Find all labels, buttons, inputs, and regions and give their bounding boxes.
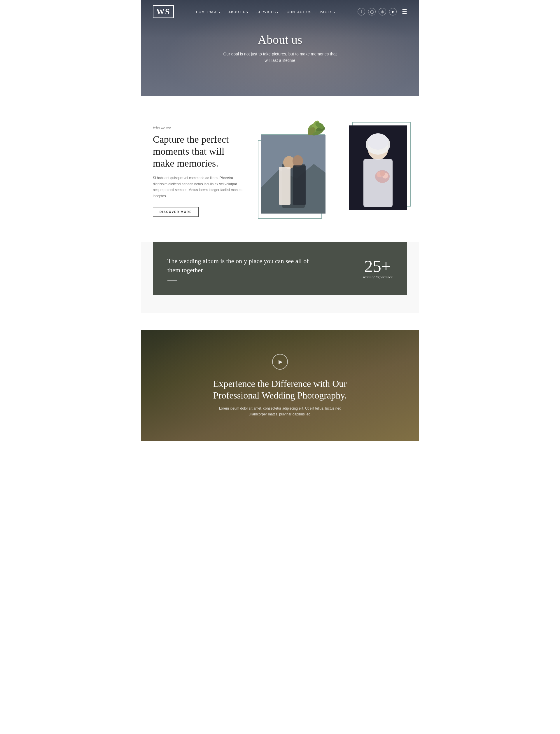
nav-link-services[interactable]: SERVICES▾ <box>256 10 279 14</box>
social-links: f ◯ ◎ ▶ ☰ <box>358 8 407 15</box>
navigation: WS HOMEPAGE▾ ABOUT US SERVICES▾ <box>141 0 419 23</box>
youtube-icon[interactable]: ▶ <box>389 8 397 15</box>
hero-subtitle: Our goal is not just to take pictures, b… <box>222 51 338 64</box>
nav-item-pages[interactable]: PAGES▾ <box>320 9 335 14</box>
discover-more-button[interactable]: DISCOVER MORE <box>153 207 199 217</box>
nav-item-services[interactable]: SERVICES▾ <box>256 9 279 14</box>
banner-quote: The wedding album is the only place you … <box>167 257 319 275</box>
banner-text: The wedding album is the only place you … <box>167 257 319 281</box>
svg-rect-12 <box>293 165 306 205</box>
dropdown-caret-services: ▾ <box>277 11 279 14</box>
nav-item-homepage[interactable]: HOMEPAGE▾ <box>196 9 220 14</box>
play-button[interactable]: ▶ <box>272 354 288 370</box>
site-logo[interactable]: WS <box>153 5 174 18</box>
nav-links: HOMEPAGE▾ ABOUT US SERVICES▾ CONTACT US <box>196 9 335 14</box>
dark-banner: The wedding album is the only place you … <box>153 242 407 295</box>
svg-point-16 <box>368 133 388 150</box>
section-spacer-1 <box>141 96 419 108</box>
nav-link-homepage[interactable]: HOMEPAGE▾ <box>196 10 220 14</box>
nav-item-about[interactable]: ABOUT US <box>228 9 248 14</box>
nav-item-contact[interactable]: CONTACT US <box>287 9 312 14</box>
nav-link-about[interactable]: ABOUT US <box>228 10 248 14</box>
years-stat-label: Years of Experience <box>363 275 393 279</box>
nav-link-contact[interactable]: CONTACT US <box>287 10 312 14</box>
nav-link-pages[interactable]: PAGES▾ <box>320 10 335 14</box>
about-grid: Who we are Capture the perfect moments t… <box>153 125 407 225</box>
about-heading: Capture the perfect moments that will ma… <box>153 134 246 169</box>
dropdown-caret-pages: ▾ <box>334 11 335 14</box>
about-photos-col <box>255 125 407 225</box>
plant-decoration <box>305 120 328 140</box>
svg-point-21 <box>380 171 385 176</box>
plant-svg <box>305 120 328 140</box>
hero-title: About us <box>258 33 302 47</box>
about-body-text: Si habitant quisque vel commodo ac litor… <box>153 175 246 199</box>
banner-separator <box>341 257 341 280</box>
video-body: Lorem ipsum dolor sit amet, consectetur … <box>216 406 344 417</box>
banner-divider <box>167 280 177 281</box>
hero-section: WS HOMEPAGE▾ ABOUT US SERVICES▾ <box>141 0 419 96</box>
facebook-icon[interactable]: f <box>358 8 365 15</box>
instagram-icon[interactable]: ◯ <box>368 8 376 15</box>
banner-wrapper: The wedding album is the only place you … <box>141 242 419 313</box>
video-section: ▶ Experience the Difference with Our Pro… <box>141 330 419 441</box>
bride-photo-svg <box>349 125 407 210</box>
svg-point-10 <box>293 155 303 167</box>
couple-photo-main <box>261 134 325 213</box>
years-stat-number: 25+ <box>363 258 393 275</box>
banner-stat: 25+ Years of Experience <box>363 258 393 279</box>
about-section: Who we are Capture the perfect moments t… <box>141 108 419 242</box>
svg-rect-17 <box>363 159 393 207</box>
svg-rect-11 <box>279 167 291 205</box>
dropdown-caret: ▾ <box>219 11 221 14</box>
video-content: ▶ Experience the Difference with Our Pro… <box>141 330 419 441</box>
who-label: Who we are <box>153 125 246 130</box>
hamburger-menu[interactable]: ☰ <box>402 8 407 15</box>
couple-photo-svg <box>261 135 325 214</box>
dribbble-icon[interactable]: ◎ <box>379 8 386 15</box>
play-icon: ▶ <box>279 359 283 365</box>
bride-portrait-photo <box>349 125 407 210</box>
about-text-col: Who we are Capture the perfect moments t… <box>153 125 246 217</box>
video-heading: Experience the Difference with Our Profe… <box>207 378 353 401</box>
